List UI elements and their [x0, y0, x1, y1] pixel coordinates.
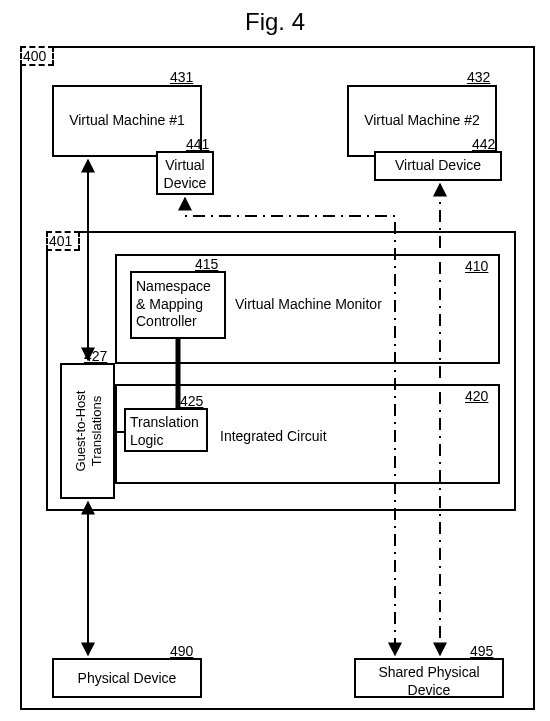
figure-title: Fig. 4 — [0, 8, 550, 36]
spd-label: Shared Physical Device — [354, 664, 504, 699]
ref-442: 442 — [472, 136, 495, 152]
ref-425: 425 — [180, 393, 203, 409]
vmm-label: Virtual Machine Monitor — [235, 296, 415, 314]
ref-495: 495 — [470, 643, 493, 659]
g2h-label: Guest-to-Host Translations — [73, 371, 106, 491]
nmc-label: Namespace & Mapping Controller — [136, 278, 222, 331]
diagram-stage: Fig. 4 400 431 Virtual Machine #1 441 Vi… — [0, 0, 550, 721]
tl-label: Translation Logic — [130, 414, 206, 449]
ic-label: Integrated Circuit — [220, 428, 380, 446]
pd-label: Physical Device — [52, 670, 202, 688]
vm2-label: Virtual Machine #2 — [347, 112, 497, 130]
vd2-label: Virtual Device — [374, 157, 502, 175]
ref-410: 410 — [465, 258, 488, 274]
ref-490: 490 — [170, 643, 193, 659]
vd1-label: Virtual Device — [156, 157, 214, 192]
ref-441: 441 — [186, 136, 209, 152]
vm1-label: Virtual Machine #1 — [52, 112, 202, 130]
ref-431: 431 — [170, 69, 193, 85]
ref-401: 401 — [49, 233, 72, 249]
ref-415: 415 — [195, 256, 218, 272]
ref-400: 400 — [23, 48, 46, 64]
ref-427: 427 — [84, 348, 107, 364]
ref-420: 420 — [465, 388, 488, 404]
ref-432: 432 — [467, 69, 490, 85]
